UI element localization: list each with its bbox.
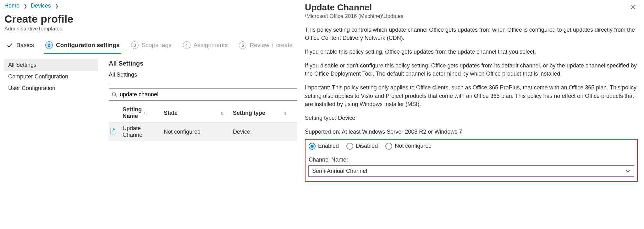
step-badge-3: 3 bbox=[131, 41, 139, 49]
step-config-label: Configuration settings bbox=[56, 42, 120, 49]
sidebar-item-all-settings[interactable]: All Settings bbox=[4, 59, 98, 71]
close-button[interactable] bbox=[628, 3, 638, 13]
svg-point-0 bbox=[112, 93, 116, 96]
search-box[interactable] bbox=[109, 88, 297, 101]
panel-title: Update Channel bbox=[305, 3, 403, 13]
step-basics[interactable]: Basics bbox=[5, 39, 35, 53]
policy-controls-highlight: Enabled Disabled Not configured Channel … bbox=[305, 139, 638, 182]
radio-not-configured[interactable]: Not configured bbox=[385, 143, 432, 150]
radio-notconf-label: Not configured bbox=[395, 143, 432, 149]
breadcrumb-devices[interactable]: Devices bbox=[31, 3, 51, 9]
page-subtitle: AdministrativeTemplates bbox=[4, 26, 297, 32]
step-badge-4: 4 bbox=[183, 41, 190, 49]
settings-table-header: Setting Name ↑↓ State ↑↓ Setting type ↑↓ bbox=[109, 104, 297, 123]
step-review-create[interactable]: 5 Review + create bbox=[238, 39, 294, 53]
close-icon bbox=[630, 4, 636, 10]
sort-icon[interactable]: ↑↓ bbox=[283, 111, 296, 115]
details-panel: Update Channel \Microsoft Office 2016 (M… bbox=[297, 0, 644, 229]
step-badge-2: 2 bbox=[45, 41, 53, 49]
step-assignments[interactable]: 4 Assignments bbox=[182, 39, 229, 53]
step-configuration-settings[interactable]: 2 Configuration settings bbox=[44, 39, 121, 53]
step-assign-label: Assignments bbox=[194, 42, 228, 49]
panel-setting-type: Setting type: Device bbox=[305, 114, 638, 122]
col-state[interactable]: State bbox=[164, 110, 220, 116]
panel-description-4: Important: This policy setting only appl… bbox=[305, 83, 638, 108]
radio-disabled[interactable]: Disabled bbox=[346, 143, 378, 150]
panel-description-3: If you disable or don't configure this p… bbox=[305, 61, 638, 78]
chevron-right-icon: ❯ bbox=[55, 3, 59, 8]
settings-heading: All Settings bbox=[109, 60, 297, 67]
step-scope-label: Scope tags bbox=[142, 42, 172, 49]
row-setting-type: Device bbox=[233, 129, 283, 135]
divider bbox=[109, 84, 297, 84]
breadcrumb: Home ❯ Devices ❯ bbox=[4, 0, 297, 12]
settings-sidebar: All Settings Computer Configuration User… bbox=[4, 59, 98, 141]
table-row[interactable]: Update Channel Not configured Device bbox=[109, 123, 297, 141]
document-icon bbox=[110, 128, 123, 136]
panel-description-2: If you enable this policy setting, Offic… bbox=[305, 48, 638, 56]
step-basics-label: Basics bbox=[16, 42, 34, 49]
panel-description-1: This policy setting controls which updat… bbox=[305, 26, 638, 42]
step-review-label: Review + create bbox=[250, 42, 293, 49]
check-icon bbox=[6, 42, 13, 49]
sidebar-item-user-configuration[interactable]: User Configuration bbox=[4, 83, 98, 94]
panel-supported-on: Supported on: At least Windows Server 20… bbox=[305, 128, 638, 136]
radio-enabled[interactable]: Enabled bbox=[309, 143, 339, 150]
search-icon bbox=[112, 92, 117, 98]
radio-enabled-label: Enabled bbox=[318, 143, 339, 149]
row-setting-name: Update Channel bbox=[123, 125, 144, 138]
col-setting-name[interactable]: Setting Name bbox=[123, 106, 144, 120]
search-input[interactable] bbox=[120, 90, 294, 99]
step-badge-5: 5 bbox=[239, 41, 246, 49]
step-scope-tags[interactable]: 3 Scope tags bbox=[130, 39, 173, 53]
radio-disabled-label: Disabled bbox=[356, 143, 378, 149]
breadcrumb-home[interactable]: Home bbox=[4, 3, 19, 9]
channel-name-select[interactable]: Semi-Annual Channel bbox=[309, 166, 634, 177]
panel-subtitle: \Microsoft Office 2016 (Machine)\Updates bbox=[305, 13, 403, 19]
sort-icon[interactable]: ↑↓ bbox=[220, 111, 233, 115]
chevron-down-icon bbox=[625, 168, 630, 173]
row-state: Not configured bbox=[164, 129, 220, 135]
page-title: Create profile bbox=[4, 13, 297, 25]
sort-icon[interactable]: ↑↓ bbox=[144, 111, 164, 115]
policy-state-radiogroup: Enabled Disabled Not configured bbox=[309, 143, 634, 150]
settings-subheading: All Settings bbox=[109, 72, 297, 78]
channel-name-label: Channel Name: bbox=[309, 157, 634, 163]
sidebar-item-computer-configuration[interactable]: Computer Configuration bbox=[4, 71, 98, 83]
channel-name-value: Semi-Annual Channel bbox=[312, 168, 367, 174]
col-setting-type[interactable]: Setting type bbox=[233, 110, 283, 116]
wizard-steps: Basics 2 Configuration settings 3 Scope … bbox=[4, 39, 297, 54]
chevron-right-icon: ❯ bbox=[24, 3, 27, 8]
svg-line-1 bbox=[115, 95, 117, 97]
